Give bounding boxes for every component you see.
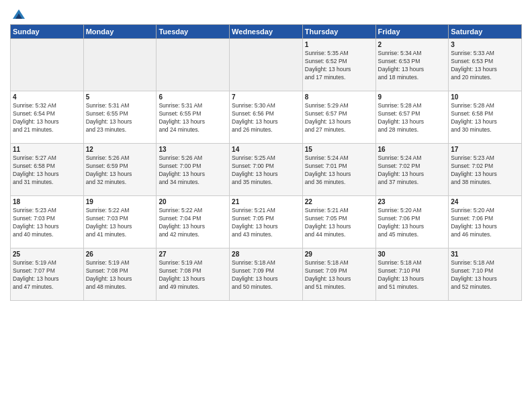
weekday-header-thursday: Thursday xyxy=(302,25,375,39)
weekday-header-wednesday: Wednesday xyxy=(230,25,303,39)
day-number: 3 xyxy=(451,41,519,48)
day-info: Sunrise: 5:25 AM Sunset: 7:00 PM Dayligh… xyxy=(232,154,300,187)
day-number: 7 xyxy=(232,93,300,101)
calendar-table: SundayMondayTuesdayWednesdayThursdayFrid… xyxy=(10,24,522,301)
day-info: Sunrise: 5:22 AM Sunset: 7:03 PM Dayligh… xyxy=(86,207,154,239)
day-number: 26 xyxy=(86,250,154,258)
calendar-cell: 8Sunrise: 5:29 AM Sunset: 6:57 PM Daylig… xyxy=(302,91,375,144)
day-info: Sunrise: 5:29 AM Sunset: 6:57 PM Dayligh… xyxy=(305,102,373,134)
calendar-week-1: 1Sunrise: 5:35 AM Sunset: 6:52 PM Daylig… xyxy=(11,39,522,91)
calendar-cell: 16Sunrise: 5:24 AM Sunset: 7:02 PM Dayli… xyxy=(375,144,449,196)
day-info: Sunrise: 5:21 AM Sunset: 7:05 PM Dayligh… xyxy=(232,207,300,239)
calendar-header-row: SundayMondayTuesdayWednesdayThursdayFrid… xyxy=(11,25,522,39)
calendar-cell: 18Sunrise: 5:23 AM Sunset: 7:03 PM Dayli… xyxy=(11,196,84,248)
calendar-cell: 2Sunrise: 5:34 AM Sunset: 6:53 PM Daylig… xyxy=(375,39,449,91)
day-number: 19 xyxy=(86,198,154,205)
day-info: Sunrise: 5:35 AM Sunset: 6:52 PM Dayligh… xyxy=(305,50,373,82)
day-number: 8 xyxy=(305,93,373,101)
weekday-header-monday: Monday xyxy=(83,25,157,39)
day-info: Sunrise: 5:20 AM Sunset: 7:06 PM Dayligh… xyxy=(378,207,447,239)
day-number: 30 xyxy=(378,250,447,258)
calendar-cell: 7Sunrise: 5:30 AM Sunset: 6:56 PM Daylig… xyxy=(230,91,303,144)
day-number: 15 xyxy=(305,146,373,153)
day-info: Sunrise: 5:18 AM Sunset: 7:09 PM Dayligh… xyxy=(305,259,373,291)
day-info: Sunrise: 5:18 AM Sunset: 7:10 PM Dayligh… xyxy=(451,259,519,291)
day-info: Sunrise: 5:34 AM Sunset: 6:53 PM Dayligh… xyxy=(378,50,447,82)
calendar-cell: 26Sunrise: 5:19 AM Sunset: 7:08 PM Dayli… xyxy=(83,248,157,301)
day-number: 6 xyxy=(159,93,227,101)
calendar-cell: 29Sunrise: 5:18 AM Sunset: 7:09 PM Dayli… xyxy=(302,248,375,301)
calendar-cell: 23Sunrise: 5:20 AM Sunset: 7:06 PM Dayli… xyxy=(375,196,449,248)
calendar-week-4: 18Sunrise: 5:23 AM Sunset: 7:03 PM Dayli… xyxy=(11,196,522,248)
day-number: 22 xyxy=(305,198,373,205)
calendar-cell: 25Sunrise: 5:19 AM Sunset: 7:07 PM Dayli… xyxy=(11,248,84,301)
day-number: 23 xyxy=(378,198,447,205)
day-info: Sunrise: 5:31 AM Sunset: 6:55 PM Dayligh… xyxy=(159,102,227,134)
day-info: Sunrise: 5:33 AM Sunset: 6:53 PM Dayligh… xyxy=(451,50,519,82)
day-number: 9 xyxy=(378,93,447,101)
day-info: Sunrise: 5:26 AM Sunset: 6:59 PM Dayligh… xyxy=(86,154,154,187)
logo-icon xyxy=(11,8,26,20)
calendar-cell: 10Sunrise: 5:28 AM Sunset: 6:58 PM Dayli… xyxy=(449,91,522,144)
day-info: Sunrise: 5:18 AM Sunset: 7:10 PM Dayligh… xyxy=(378,259,447,291)
calendar-cell xyxy=(157,39,230,91)
calendar-cell: 17Sunrise: 5:23 AM Sunset: 7:02 PM Dayli… xyxy=(449,144,522,196)
weekday-header-sunday: Sunday xyxy=(11,25,84,39)
day-number: 10 xyxy=(451,93,519,101)
day-info: Sunrise: 5:30 AM Sunset: 6:56 PM Dayligh… xyxy=(232,102,300,134)
day-info: Sunrise: 5:31 AM Sunset: 6:55 PM Dayligh… xyxy=(86,102,154,134)
day-number: 21 xyxy=(232,198,300,205)
day-info: Sunrise: 5:20 AM Sunset: 7:06 PM Dayligh… xyxy=(451,207,519,239)
calendar-cell: 1Sunrise: 5:35 AM Sunset: 6:52 PM Daylig… xyxy=(302,39,375,91)
calendar-week-2: 4Sunrise: 5:32 AM Sunset: 6:54 PM Daylig… xyxy=(11,91,522,144)
day-number: 2 xyxy=(378,41,447,48)
calendar-cell: 30Sunrise: 5:18 AM Sunset: 7:10 PM Dayli… xyxy=(375,248,449,301)
calendar-cell: 6Sunrise: 5:31 AM Sunset: 6:55 PM Daylig… xyxy=(157,91,230,144)
calendar-cell: 4Sunrise: 5:32 AM Sunset: 6:54 PM Daylig… xyxy=(11,91,84,144)
day-info: Sunrise: 5:24 AM Sunset: 7:01 PM Dayligh… xyxy=(305,154,373,187)
day-info: Sunrise: 5:26 AM Sunset: 7:00 PM Dayligh… xyxy=(159,154,227,187)
day-number: 4 xyxy=(13,93,81,101)
calendar-cell xyxy=(83,39,157,91)
calendar-cell: 24Sunrise: 5:20 AM Sunset: 7:06 PM Dayli… xyxy=(449,196,522,248)
calendar-cell: 12Sunrise: 5:26 AM Sunset: 6:59 PM Dayli… xyxy=(83,144,157,196)
day-number: 24 xyxy=(451,198,519,205)
day-info: Sunrise: 5:28 AM Sunset: 6:58 PM Dayligh… xyxy=(451,102,519,134)
day-info: Sunrise: 5:19 AM Sunset: 7:08 PM Dayligh… xyxy=(159,259,227,291)
day-info: Sunrise: 5:22 AM Sunset: 7:04 PM Dayligh… xyxy=(159,207,227,239)
day-number: 28 xyxy=(232,250,300,258)
day-info: Sunrise: 5:23 AM Sunset: 7:02 PM Dayligh… xyxy=(451,154,519,187)
calendar-cell: 9Sunrise: 5:28 AM Sunset: 6:57 PM Daylig… xyxy=(375,91,449,144)
calendar-cell: 15Sunrise: 5:24 AM Sunset: 7:01 PM Dayli… xyxy=(302,144,375,196)
calendar-week-5: 25Sunrise: 5:19 AM Sunset: 7:07 PM Dayli… xyxy=(11,248,522,301)
day-number: 13 xyxy=(159,146,227,153)
weekday-header-tuesday: Tuesday xyxy=(157,25,230,39)
weekday-header-friday: Friday xyxy=(375,25,449,39)
day-number: 27 xyxy=(159,250,227,258)
calendar-cell: 3Sunrise: 5:33 AM Sunset: 6:53 PM Daylig… xyxy=(449,39,522,91)
day-number: 11 xyxy=(13,146,81,153)
page-container: SundayMondayTuesdayWednesdayThursdayFrid… xyxy=(0,0,532,308)
day-info: Sunrise: 5:19 AM Sunset: 7:08 PM Dayligh… xyxy=(86,259,154,291)
calendar-cell: 22Sunrise: 5:21 AM Sunset: 7:05 PM Dayli… xyxy=(302,196,375,248)
day-number: 14 xyxy=(232,146,300,153)
calendar-cell: 13Sunrise: 5:26 AM Sunset: 7:00 PM Dayli… xyxy=(157,144,230,196)
day-info: Sunrise: 5:24 AM Sunset: 7:02 PM Dayligh… xyxy=(378,154,447,187)
calendar-cell: 11Sunrise: 5:27 AM Sunset: 6:58 PM Dayli… xyxy=(11,144,84,196)
day-info: Sunrise: 5:32 AM Sunset: 6:54 PM Dayligh… xyxy=(13,102,81,134)
day-number: 1 xyxy=(305,41,373,48)
calendar-cell: 31Sunrise: 5:18 AM Sunset: 7:10 PM Dayli… xyxy=(449,248,522,301)
day-info: Sunrise: 5:27 AM Sunset: 6:58 PM Dayligh… xyxy=(13,154,81,187)
day-info: Sunrise: 5:21 AM Sunset: 7:05 PM Dayligh… xyxy=(305,207,373,239)
calendar-cell: 21Sunrise: 5:21 AM Sunset: 7:05 PM Dayli… xyxy=(230,196,303,248)
calendar-cell: 20Sunrise: 5:22 AM Sunset: 7:04 PM Dayli… xyxy=(157,196,230,248)
calendar-week-3: 11Sunrise: 5:27 AM Sunset: 6:58 PM Dayli… xyxy=(11,144,522,196)
calendar-cell: 5Sunrise: 5:31 AM Sunset: 6:55 PM Daylig… xyxy=(83,91,157,144)
day-number: 18 xyxy=(13,198,81,205)
day-number: 29 xyxy=(305,250,373,258)
weekday-header-saturday: Saturday xyxy=(449,25,522,39)
day-info: Sunrise: 5:28 AM Sunset: 6:57 PM Dayligh… xyxy=(378,102,447,134)
day-info: Sunrise: 5:19 AM Sunset: 7:07 PM Dayligh… xyxy=(13,259,81,291)
calendar-cell xyxy=(230,39,303,91)
day-info: Sunrise: 5:23 AM Sunset: 7:03 PM Dayligh… xyxy=(13,207,81,239)
